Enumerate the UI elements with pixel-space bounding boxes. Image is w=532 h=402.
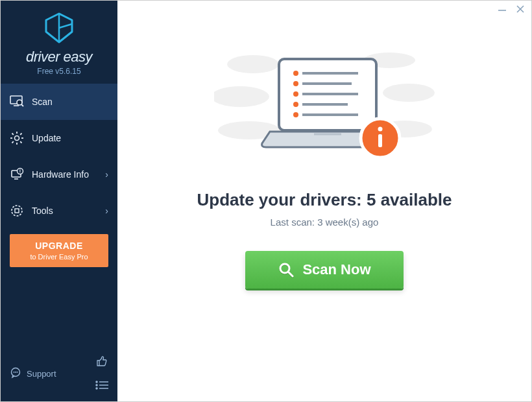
svg-point-53 [280,264,289,273]
svg-point-39 [293,71,298,76]
logo-block: driver easy Free v5.6.15 [1,1,117,80]
sidebar-item-tools[interactable]: Tools › [1,193,117,229]
svg-line-54 [289,272,293,276]
laptop-illustration [214,45,435,177]
menu-button[interactable] [95,381,108,392]
sidebar-item-label: Tools [32,206,53,216]
sidebar-item-label: Scan [32,97,53,107]
main-pane: Update your drivers: 5 available Last sc… [117,1,531,401]
sidebar: driver easy Free v5.6.15 Scan [1,1,117,401]
scan-now-button[interactable]: Scan Now [245,251,404,289]
chat-icon [10,367,21,381]
tools-icon [10,204,24,218]
svg-point-27 [96,388,97,389]
sidebar-item-label: Hardware Info [32,169,89,180]
headline-text: Update your drivers: 5 available [197,190,452,210]
svg-point-2 [17,100,22,105]
last-scan-text: Last scan: 3 week(s) ago [271,217,379,228]
close-icon [516,5,525,14]
svg-point-45 [293,102,298,107]
upgrade-line1: UPGRADE [12,241,106,251]
svg-rect-52 [378,134,382,147]
hardware-info-icon: i [10,167,24,182]
svg-point-34 [214,86,269,107]
svg-line-9 [12,134,14,135]
svg-point-32 [227,55,279,73]
scan-button-label: Scan Now [302,261,370,278]
nav: Scan Update [1,84,117,229]
sidebar-bottom: Support [1,348,117,401]
svg-text:i: i [19,169,21,173]
close-button[interactable] [516,5,525,16]
minimize-icon [498,5,507,14]
svg-point-23 [96,381,97,383]
monitor-search-icon [10,95,24,109]
chevron-right-icon: › [105,206,108,216]
svg-line-11 [20,134,21,135]
svg-line-10 [20,141,21,143]
window-controls [498,5,525,16]
upgrade-line2: to Driver Easy Pro [12,253,106,261]
svg-point-35 [383,84,435,102]
chevron-right-icon: › [105,169,108,180]
app-logo-icon [1,11,117,47]
upgrade-button[interactable]: UPGRADE to Driver Easy Pro [10,234,108,267]
feedback-button[interactable] [95,355,108,370]
svg-point-21 [15,372,16,373]
svg-point-20 [14,372,15,373]
svg-point-41 [293,81,298,86]
app-name: driver easy [1,49,117,65]
support-button[interactable]: Support [10,367,56,381]
svg-point-4 [15,136,19,141]
svg-rect-18 [15,209,19,213]
sidebar-item-label: Update [32,133,61,143]
svg-point-22 [17,372,18,373]
svg-point-17 [12,206,22,216]
svg-point-47 [293,112,298,117]
minimize-button[interactable] [498,5,507,16]
sidebar-item-scan[interactable]: Scan [1,84,117,120]
svg-point-51 [378,127,383,132]
menu-list-icon [95,381,108,390]
sidebar-item-update[interactable]: Update [1,120,117,156]
svg-point-25 [96,384,97,386]
magnifier-icon [278,261,295,278]
sidebar-item-hardware-info[interactable]: i Hardware Info › [1,156,117,193]
app-window: driver easy Free v5.6.15 Scan [0,0,532,402]
gear-icon [10,131,24,145]
support-label: Support [27,369,56,379]
thumbs-up-icon [95,355,108,368]
svg-point-43 [293,91,298,97]
svg-line-3 [21,104,23,106]
app-version: Free v5.6.15 [1,67,117,76]
svg-line-12 [12,141,14,143]
